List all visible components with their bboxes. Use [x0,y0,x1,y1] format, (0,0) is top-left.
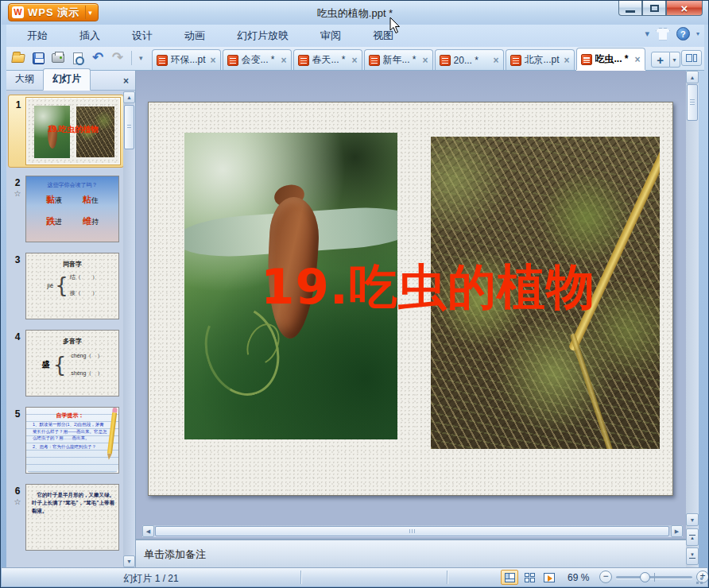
previous-slide-button[interactable]: ▲ [686,528,699,546]
tab-close-icon[interactable]: × [281,55,287,66]
tab-close-icon[interactable]: × [352,55,358,66]
slide-2-preview: 这些字你会读了吗？ 黏液 粘住 跌进 维持 [25,176,119,242]
slide-5-bg: 自学提示： 1、默读第一部分(1、2)自然段，茅膏菜长什么样子？用——画出来。它… [26,408,118,473]
slide-number: 1 [16,99,21,110]
notes-pane[interactable]: 单击添加备注 [136,539,686,567]
tab-slides[interactable]: 幻灯片 [43,68,91,91]
panel-scrollbar[interactable]: ▲ ▼ [123,91,135,567]
next-slide-button[interactable]: ▼ [686,547,699,565]
arrange-windows-button[interactable] [681,50,702,66]
doc-tab-beijing[interactable]: 北京...pt × [506,49,575,70]
collapse-ribbon-icon[interactable]: ▾ [645,29,649,39]
resize-grip[interactable] [695,574,706,586]
doc-tab-huanbao[interactable]: 环保...pt × [152,49,221,70]
toolbar-tab-row: ↶ ↷ ▾ 环保...pt × 会变... * × 春天... * × [6,47,704,71]
status-bar: 幻灯片 1 / 21 69 % − + [2,567,707,586]
zoom-track[interactable] [616,576,692,578]
print-preview-button[interactable] [69,49,87,67]
mouse-cursor [389,17,401,34]
horizontal-scrollbar[interactable]: ◀ ▶ [142,525,683,537]
skin-theme-icon[interactable] [656,28,670,41]
slide-thumbnail-1[interactable]: 1 19.吃虫的植物 [8,95,124,168]
doc-tab-chichong-active[interactable]: 吃虫... * × [576,48,645,70]
notes-placeholder[interactable]: 单击添加备注 [136,540,686,562]
doc-tab-chuntian[interactable]: 春天... * × [293,49,362,70]
slide-thumbnail-6[interactable]: 6☆ 它的叶子是半月形的，又嫩又绿。叶子上长满了“茸毛”，“茸毛”上带着黏液。 [8,482,124,553]
open-button[interactable] [10,49,27,67]
slideshow-button[interactable] [540,570,558,585]
ppt-file-icon [157,55,168,66]
maximize-icon [650,5,659,12]
scroll-right-icon[interactable]: ▶ [671,525,683,537]
scroll-down-icon[interactable]: ▼ [123,555,135,567]
save-button[interactable] [29,49,47,67]
maximize-button[interactable] [642,1,666,16]
print-button[interactable] [49,49,67,67]
slide-counter: 幻灯片 1 / 21 [2,572,300,586]
slide-sorter-icon [525,573,535,582]
close-window-button[interactable]: × [666,1,703,16]
slideshow-play-icon [544,573,555,582]
doc-tab-xinnian[interactable]: 新年... * × [364,49,433,70]
zoom-slider-thumb[interactable] [640,572,650,582]
menu-bar: 开始 插入 设计 动画 幻灯片放映 审阅 视图 ▾ ? ▾ [6,25,704,47]
help-icon[interactable]: ? [676,27,690,41]
slide-thumbnail-3[interactable]: 3 同音字 jiē { 结（ ） 接（ ） [8,250,124,322]
doc-tab-huibian[interactable]: 会变... * × [223,49,292,70]
vertical-scrollbar[interactable]: ▲ ▼ ▲ ▼ [686,71,699,567]
slide-3-body: jiē { 结（ ） 接（ ） [26,273,118,297]
animation-star-icon: ☆ [10,189,25,198]
minimize-button[interactable] [618,1,642,16]
quick-access-toolbar: ↶ ↷ ▾ [6,46,149,70]
vertical-scrollbar-thumb[interactable] [687,84,698,121]
menu-home[interactable]: 开始 [16,25,59,46]
zoom-out-button[interactable]: − [599,571,612,583]
tab-outline[interactable]: 大纲 [6,69,43,90]
slide-number: 3 [15,254,21,265]
wps-app-button[interactable]: W WPS 演示 ▾ [8,3,99,21]
redo-button[interactable]: ↷ [109,49,126,67]
scroll-left-icon[interactable]: ◀ [142,525,154,537]
slide-5-preview: 自学提示： 1、默读第一部分(1、2)自然段，茅膏菜长什么样子？用——画出来。它… [25,407,119,474]
tab-close-icon[interactable]: × [423,55,428,66]
tab-close-icon[interactable]: × [494,55,499,66]
new-tab-group: + ▾ [651,49,680,70]
slide-thumbnail-4[interactable]: 4 多音字 盛 { chéng（ ） shèng（ ） [8,327,124,399]
app-menu-chevron-icon[interactable]: ▾ [86,9,95,17]
new-tab-button[interactable]: + [651,52,670,68]
panel-close-icon[interactable]: × [123,75,129,87]
slide-1-editing-surface[interactable]: 19.吃虫的植物 [148,102,673,496]
undo-button[interactable]: ↶ [89,49,107,67]
ppt-file-icon [581,54,592,65]
slide-thumbnail-2[interactable]: 2☆ 这些字你会读了吗？ 黏液 粘住 跌进 维持 [8,173,124,245]
horizontal-scrollbar-thumb[interactable] [155,526,669,536]
wps-logo-icon: W [12,6,24,18]
mini-slide-title: 19.吃虫的植物 [27,124,119,135]
slide-2-words: 黏液 粘住 跌进 维持 [26,189,118,227]
panel-scrollbar-thumb[interactable] [124,105,134,149]
menu-slideshow[interactable]: 幻灯片放映 [226,25,300,46]
menu-insert[interactable]: 插入 [68,25,111,46]
new-tab-dropdown-icon[interactable]: ▾ [670,52,680,68]
thumbnail-list: 1 19.吃虫的植物 2☆ 这些字你会读了吗？ 黏液 粘住 跌进 [6,91,124,567]
scroll-down-icon[interactable]: ▼ [686,513,699,526]
tab-close-icon[interactable]: × [211,55,216,66]
brace-glyph: { [53,353,67,377]
slide-sorter-button[interactable] [521,570,538,585]
scroll-up-icon[interactable]: ▲ [123,91,135,103]
menu-animation[interactable]: 动画 [173,25,216,46]
menu-review[interactable]: 审阅 [309,25,352,46]
toolbar-options-icon[interactable]: ▾ [137,54,145,62]
tab-close-icon[interactable]: × [564,55,570,66]
minimize-icon [626,10,635,13]
slide-title-text[interactable]: 19.吃虫的植物 [198,255,658,320]
doc-tab-20[interactable]: 20... * × [435,49,504,70]
help-dropdown-icon[interactable]: ▾ [696,30,699,37]
slide-canvas[interactable]: 19.吃虫的植物 [136,71,686,525]
normal-view-button[interactable] [501,570,518,585]
scroll-up-icon[interactable]: ▲ [686,71,699,83]
slide-2-heading: 这些字你会读了吗？ [26,181,118,189]
slide-thumbnail-5[interactable]: 5 自学提示： 1、默读第一部分(1、2)自然段，茅膏菜长什么样子？用——画出来… [8,404,124,476]
tab-close-icon[interactable]: × [635,54,641,65]
menu-design[interactable]: 设计 [121,25,164,46]
